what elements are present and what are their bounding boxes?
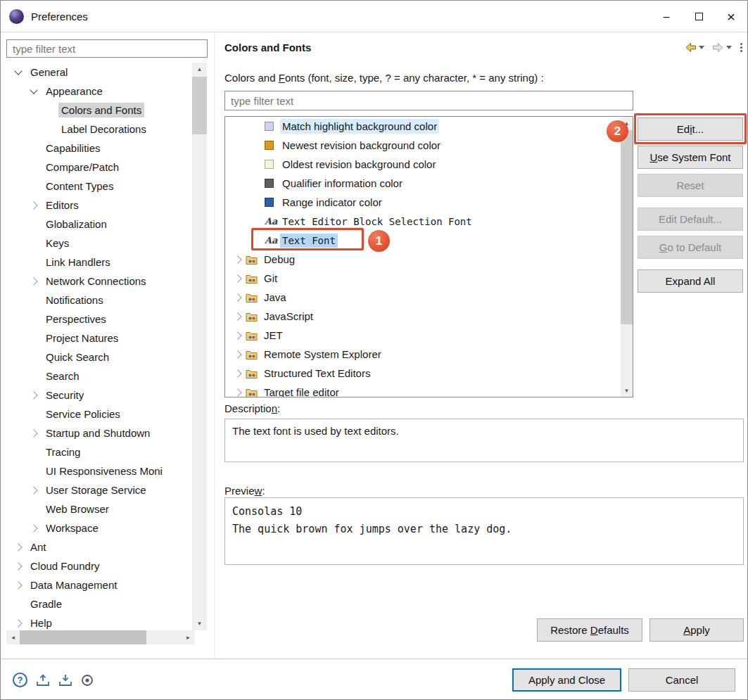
restore-defaults-button[interactable]: Restore Defaults xyxy=(537,618,642,642)
chevron-right-icon[interactable] xyxy=(26,276,43,287)
list-item-javascript[interactable]: JavaScript xyxy=(225,307,621,326)
maximize-button[interactable] xyxy=(683,1,715,32)
tree-filter-input[interactable] xyxy=(6,39,208,58)
preference-recorder-icon[interactable] xyxy=(81,674,94,687)
apply-and-close-button[interactable]: Apply and Close xyxy=(512,668,621,692)
sidebar-item-gradle[interactable]: Gradle xyxy=(1,594,192,613)
chevron-right-icon[interactable] xyxy=(233,330,244,341)
tree-item-label: Cloud Foundry xyxy=(27,559,102,573)
chevron-right-icon[interactable] xyxy=(233,292,244,303)
use-system-font-button[interactable]: Use System Font xyxy=(638,146,743,169)
list-item-target-file-editor[interactable]: Target file editor xyxy=(225,383,621,397)
sidebar-item-tracing[interactable]: Tracing xyxy=(1,443,192,462)
sidebar-item-content-types[interactable]: Content Types xyxy=(1,177,192,196)
tree-horizontal-scrollbar[interactable]: ◄ ► xyxy=(6,630,195,644)
scrollbar-thumb[interactable] xyxy=(192,77,207,134)
sidebar-item-project-natures[interactable]: Project Natures xyxy=(1,329,192,348)
sidebar-item-workspace[interactable]: Workspace xyxy=(1,518,192,537)
list-item-debug[interactable]: Debug xyxy=(225,250,621,269)
chevron-right-icon[interactable] xyxy=(233,349,244,360)
preview-label: Preview: xyxy=(224,485,265,497)
apply-button[interactable]: Apply xyxy=(649,618,744,642)
chevron-right-icon[interactable] xyxy=(26,390,43,401)
sidebar-item-security[interactable]: Security xyxy=(1,386,192,405)
forward-button[interactable] xyxy=(712,42,724,53)
sidebar-item-data-management[interactable]: Data Management xyxy=(1,575,192,594)
back-history-dropdown-icon[interactable] xyxy=(699,46,704,50)
chevron-right-icon[interactable] xyxy=(233,387,244,398)
minimize-button[interactable]: – xyxy=(650,1,683,32)
chevron-right-icon[interactable] xyxy=(26,523,43,534)
scroll-down-icon[interactable]: ▼ xyxy=(621,384,633,397)
sidebar-item-capabilities[interactable]: Capabilities xyxy=(1,139,192,158)
cancel-button[interactable]: Cancel xyxy=(628,668,735,692)
sidebar-item-general[interactable]: General xyxy=(1,63,192,82)
list-item-java[interactable]: Java xyxy=(225,288,621,307)
scrollbar-thumb[interactable] xyxy=(20,630,146,644)
tree-vertical-scrollbar[interactable]: ▲ ▼ xyxy=(192,63,207,630)
sidebar-item-keys[interactable]: Keys xyxy=(1,234,192,253)
list-item-qualifier-information-color[interactable]: Qualifier information color xyxy=(225,174,621,193)
close-button[interactable]: × xyxy=(715,1,747,32)
sidebar-item-editors[interactable]: Editors xyxy=(1,196,192,215)
chevron-spacer xyxy=(42,124,58,135)
view-menu-icon[interactable] xyxy=(740,42,743,53)
sidebar-item-ui-responsiveness-moni[interactable]: UI Responsiveness Moni xyxy=(1,462,192,481)
sidebar-item-appearance[interactable]: Appearance xyxy=(1,82,192,101)
expand-all-button[interactable]: Expand All xyxy=(638,269,743,293)
scroll-right-icon[interactable]: ► xyxy=(182,630,195,644)
export-preferences-icon[interactable] xyxy=(36,674,50,687)
sidebar-item-link-handlers[interactable]: Link Handlers xyxy=(1,253,192,272)
fonts-filter-input[interactable] xyxy=(224,91,633,110)
scroll-left-icon[interactable]: ◄ xyxy=(6,630,20,644)
sidebar-item-help[interactable]: Help xyxy=(1,613,192,630)
scroll-up-icon[interactable]: ▲ xyxy=(192,63,207,76)
sidebar-item-network-connections[interactable]: Network Connections xyxy=(1,272,192,291)
sidebar-item-web-browser[interactable]: Web Browser xyxy=(1,499,192,518)
sidebar-item-search[interactable]: Search xyxy=(1,367,192,386)
chevron-right-icon[interactable] xyxy=(233,273,244,284)
list-item-git[interactable]: Git xyxy=(225,269,621,288)
sidebar-item-colors-and-fonts[interactable]: Colors and Fonts xyxy=(1,101,192,120)
sidebar-item-perspectives[interactable]: Perspectives xyxy=(1,310,192,329)
list-item-oldest-revision-background-color[interactable]: Oldest revision background color xyxy=(225,155,621,174)
chevron-right-icon[interactable] xyxy=(11,618,27,629)
sidebar-item-notifications[interactable]: Notifications xyxy=(1,291,192,310)
chevron-right-icon[interactable] xyxy=(26,428,43,439)
list-item-match-highlight-background-color[interactable]: Match highlight background color xyxy=(225,117,621,136)
list-item-newest-revision-background-color[interactable]: Newest revision background color xyxy=(225,136,621,155)
tree-item-label: Colors and Fonts xyxy=(58,103,144,117)
sidebar-item-label-decorations[interactable]: Label Decorations xyxy=(1,120,192,139)
list-item-remote-system-explorer[interactable]: Remote System Explorer xyxy=(225,345,621,364)
chevron-down-icon[interactable] xyxy=(26,86,43,97)
chevron-right-icon[interactable] xyxy=(233,311,244,322)
list-item-structured-text-editors[interactable]: Structured Text Editors xyxy=(225,364,621,383)
sidebar-item-user-storage-service[interactable]: User Storage Service xyxy=(1,481,192,499)
tree-item-label: General xyxy=(27,65,70,79)
chevron-right-icon[interactable] xyxy=(11,542,27,553)
chevron-right-icon[interactable] xyxy=(26,485,43,496)
chevron-right-icon[interactable] xyxy=(233,368,244,379)
chevron-right-icon[interactable] xyxy=(233,254,244,265)
help-icon[interactable]: ? xyxy=(13,673,27,687)
back-button[interactable] xyxy=(685,42,697,53)
scroll-down-icon[interactable]: ▼ xyxy=(192,617,207,630)
chevron-right-icon[interactable] xyxy=(11,580,27,591)
tree-item-label: Workspace xyxy=(43,521,101,535)
sidebar-item-service-policies[interactable]: Service Policies xyxy=(1,405,192,424)
scrollbar-thumb[interactable] xyxy=(621,130,633,324)
chevron-right-icon[interactable] xyxy=(26,200,43,211)
forward-history-dropdown-icon[interactable] xyxy=(726,46,732,50)
sidebar-item-ant[interactable]: Ant xyxy=(1,537,192,556)
sidebar-item-cloud-foundry[interactable]: Cloud Foundry xyxy=(1,556,192,575)
sidebar-item-compare-patch[interactable]: Compare/Patch xyxy=(1,158,192,177)
sidebar-item-startup-and-shutdown[interactable]: Startup and Shutdown xyxy=(1,424,192,443)
list-item-range-indicator-color[interactable]: Range indicator color xyxy=(225,193,621,212)
chevron-right-icon[interactable] xyxy=(11,561,27,572)
list-item-jet[interactable]: JET xyxy=(225,326,621,345)
sidebar-item-quick-search[interactable]: Quick Search xyxy=(1,348,192,367)
list-vertical-scrollbar[interactable]: ▲ ▼ xyxy=(621,117,633,397)
import-preferences-icon[interactable] xyxy=(58,674,72,687)
chevron-down-icon[interactable] xyxy=(11,67,27,78)
sidebar-item-globalization[interactable]: Globalization xyxy=(1,215,192,234)
